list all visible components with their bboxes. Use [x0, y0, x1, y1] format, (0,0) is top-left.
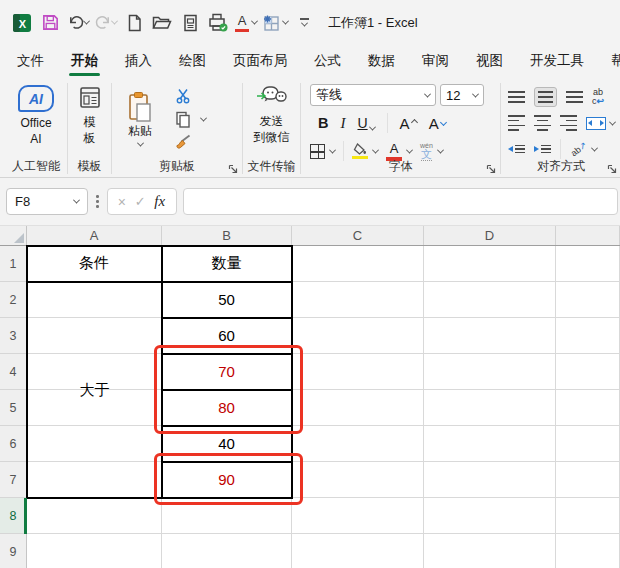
row-header-1[interactable]: 1 [0, 246, 27, 282]
cell-A1[interactable]: 条件 [27, 246, 162, 282]
cell-C3[interactable] [292, 318, 424, 354]
cell-C6[interactable] [292, 426, 424, 462]
cell-B2[interactable]: 50 [162, 282, 292, 318]
cell-E4[interactable] [556, 354, 620, 390]
merge-dropdown-icon[interactable] [609, 118, 616, 125]
tab-review[interactable]: 审阅 [422, 45, 449, 78]
cell-A2[interactable] [27, 282, 162, 318]
clipboard-dialog-launcher-icon[interactable] [228, 164, 238, 174]
phonetic-dropdown-icon[interactable] [437, 146, 444, 153]
cell-D5[interactable] [424, 390, 556, 426]
tab-page-layout[interactable]: 页面布局 [233, 45, 287, 78]
cell-D1[interactable] [424, 246, 556, 282]
open-file-icon[interactable] [150, 10, 174, 36]
cell-D9[interactable] [424, 534, 556, 568]
tab-insert[interactable]: 插入 [125, 45, 152, 78]
underline-button[interactable]: U [357, 115, 374, 131]
cell-C1[interactable] [292, 246, 424, 282]
cell-E6[interactable] [556, 426, 620, 462]
cell-E7[interactable] [556, 462, 620, 498]
quick-print-icon[interactable] [206, 10, 230, 36]
tab-file[interactable]: 文件 [17, 45, 44, 78]
font-color-icon[interactable]: A [234, 10, 258, 36]
name-box[interactable]: F8 [6, 188, 88, 215]
shrink-font-button[interactable]: A [429, 115, 446, 132]
cell-E3[interactable] [556, 318, 620, 354]
insert-function-icon[interactable]: fx [154, 193, 165, 210]
font-color-dropdown-icon[interactable] [251, 18, 258, 25]
row-header-6[interactable]: 6 [0, 426, 27, 462]
save-icon[interactable] [38, 10, 62, 36]
column-header-e[interactable] [556, 226, 620, 245]
cell-B1[interactable]: 数量 [162, 246, 292, 282]
print-preview-icon[interactable] [178, 10, 202, 36]
cell-C4[interactable] [292, 354, 424, 390]
align-left-button[interactable] [508, 113, 525, 132]
cell-C9[interactable] [292, 534, 424, 568]
tab-view[interactable]: 视图 [476, 45, 503, 78]
tab-draw[interactable]: 绘图 [179, 45, 206, 78]
increase-indent-button[interactable] [534, 143, 551, 155]
copy-dropdown-icon[interactable] [200, 114, 207, 121]
cell-B4[interactable]: 70 [162, 354, 292, 390]
cell-D3[interactable] [424, 318, 556, 354]
cell-D4[interactable] [424, 354, 556, 390]
font-size-select[interactable]: 12 [440, 84, 484, 106]
font-name-select[interactable]: 等线 [310, 84, 436, 106]
cell-A9[interactable] [27, 534, 162, 568]
cell-A7[interactable] [27, 462, 162, 498]
cell-D7[interactable] [424, 462, 556, 498]
formula-bar-handle[interactable] [94, 195, 101, 208]
align-top-button[interactable] [508, 90, 525, 104]
cell-B3[interactable]: 60 [162, 318, 292, 354]
cell-A4[interactable] [27, 354, 162, 390]
tab-home[interactable]: 开始 [71, 45, 98, 78]
column-header-c[interactable]: C [292, 226, 424, 245]
align-middle-button[interactable] [534, 87, 557, 107]
cell-A6[interactable] [27, 426, 162, 462]
cell-D8[interactable] [424, 498, 556, 534]
row-header-5[interactable]: 5 [0, 390, 27, 426]
copy-button[interactable] [175, 109, 206, 129]
template-button[interactable]: 模 板 [69, 78, 110, 159]
paste-button[interactable]: 粘贴 [113, 84, 167, 147]
tab-data[interactable]: 数据 [368, 45, 395, 78]
align-center-button[interactable] [534, 113, 551, 132]
tab-developer[interactable]: 开发工具 [530, 45, 584, 78]
italic-button[interactable]: I [340, 115, 345, 132]
send-to-wechat-button[interactable]: 发送 到微信 [244, 78, 299, 159]
cell-B8[interactable] [162, 498, 292, 534]
cell-E1[interactable] [556, 246, 620, 282]
select-all-corner[interactable] [0, 226, 27, 245]
underline-dropdown-icon[interactable] [369, 124, 376, 131]
row-header-7[interactable]: 7 [0, 462, 27, 498]
cell-E9[interactable] [556, 534, 620, 568]
bold-button[interactable]: B [318, 115, 328, 131]
tab-formulas[interactable]: 公式 [314, 45, 341, 78]
borders-dropdown-icon[interactable] [329, 146, 336, 153]
row-header-4[interactable]: 4 [0, 354, 27, 390]
column-header-a[interactable]: A [27, 226, 162, 245]
cell-B7[interactable]: 90 [162, 462, 292, 498]
cell-A8[interactable] [27, 498, 162, 534]
font-dialog-launcher-icon[interactable] [486, 164, 496, 174]
decrease-indent-button[interactable] [508, 143, 525, 155]
font-color-dropdown-icon[interactable] [406, 146, 413, 153]
wrap-text-button[interactable]: abc↩ [592, 88, 604, 106]
row-header-9[interactable]: 9 [0, 534, 27, 568]
cell-A5[interactable] [27, 390, 162, 426]
cell-E2[interactable] [556, 282, 620, 318]
orientation-dropdown-icon[interactable] [591, 144, 598, 151]
undo-dropdown-icon[interactable] [83, 18, 90, 25]
cell-E8[interactable] [556, 498, 620, 534]
column-header-b[interactable]: B [162, 226, 292, 245]
cell-C5[interactable] [292, 390, 424, 426]
orientation-button[interactable]: ab↗ [570, 144, 597, 154]
formula-input[interactable] [183, 188, 619, 215]
column-header-d[interactable]: D [424, 226, 556, 245]
borders-button[interactable] [310, 144, 335, 159]
office-ai-button[interactable]: AI Office AI [6, 78, 66, 159]
cell-B9[interactable] [162, 534, 292, 568]
cut-button[interactable] [175, 86, 206, 106]
cell-E5[interactable] [556, 390, 620, 426]
